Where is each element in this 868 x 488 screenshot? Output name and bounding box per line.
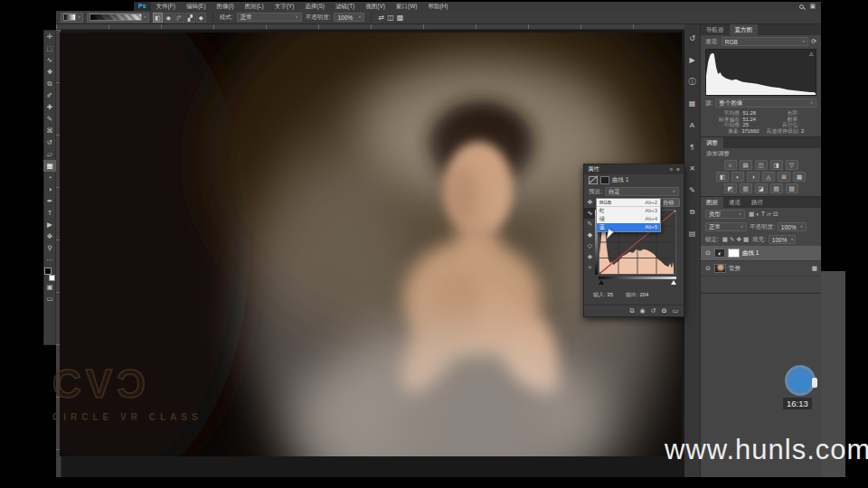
filter-icon-filter-smart[interactable]: ⊡ [772,211,778,218]
lock-icon-lock-position[interactable]: ✥ [735,236,741,243]
adjustment-black-white[interactable]: ◑ [747,172,760,182]
adjustment-levels[interactable]: ▤ [740,160,752,170]
lock-icon-lock-transparent[interactable]: ▦ [722,236,729,243]
opacity-select[interactable]: 100%˅ [334,13,364,22]
menu-item[interactable]: 滤镜(T) [330,3,360,11]
adjustment-invert[interactable]: ◩ [724,183,737,193]
visibility-eye-icon[interactable]: ⊙ [704,249,712,257]
black-point-slider[interactable] [599,280,604,285]
layer-thumbnail[interactable] [714,264,726,273]
adjustment-selective-color[interactable]: ▧ [786,183,798,193]
search-icon[interactable] [799,5,804,9]
cached-data-warning-icon[interactable]: ⚠ [809,51,814,57]
history-brush-tool[interactable]: ↺ [43,136,56,148]
clone-stamp-tool[interactable]: ⌘ [43,125,56,136]
adjustment-exposure[interactable]: ◨ [770,160,783,170]
gradient-tool[interactable]: ▦ [43,160,56,172]
layer-row-curves[interactable]: ⊙ ◐ 曲线 1 [701,246,821,261]
options-icon-columns[interactable]: ◫ [387,14,394,22]
menu-item[interactable]: 帮助(H) [422,3,453,11]
layer-name[interactable]: 曲线 1 [742,249,759,258]
layer-blend-mode-select[interactable]: 正常˅ [705,222,747,231]
filter-icon-filter-shape[interactable]: ▱ [766,211,772,218]
gradient-picker[interactable]: ˅ [87,13,149,23]
channel-select[interactable]: RGB˅ [722,37,808,46]
footer-icon-previous-state[interactable]: ◉ [640,307,646,314]
footer-icon-visibility[interactable]: ⊙ [662,307,667,314]
panel-icon-character-panel[interactable]: A [684,115,701,136]
panel-icon-actions-panel[interactable]: ▶ [684,50,701,71]
lasso-tool[interactable]: ∿ [43,54,56,66]
foreground-color-swatch[interactable] [44,267,52,275]
adjustment-color-lookup[interactable]: ▦ [793,172,806,182]
adjustment-vibrance[interactable]: ▽ [786,160,798,170]
preset-select[interactable]: 自定˅ [605,187,679,196]
filter-icon-filter-pixel[interactable]: ▦ [748,211,755,218]
layer-name[interactable]: 背景 [729,265,741,273]
adjustment-threshold[interactable]: ◪ [755,183,768,193]
type-tool[interactable]: T [43,207,56,219]
tab-导航器[interactable]: 导航器 [701,24,730,35]
dodge-tool[interactable]: ◑ [43,183,56,195]
adjustment-gradient-map[interactable]: ▨ [770,183,783,193]
gradient-type-diamond-gradient[interactable]: ◆ [196,13,206,23]
move-tool[interactable]: ✛ [43,31,56,42]
adjustment-hue-saturation[interactable]: ◧ [716,172,729,182]
properties-title-bar[interactable]: 属性 »≡ [584,164,684,174]
lock-icon-lock-pixels[interactable]: ✎ [729,236,735,243]
visibility-eye-icon[interactable]: ⊙ [704,265,712,272]
edit-toolbar[interactable]: ⋯ [43,254,56,266]
channel-option-绿[interactable]: 绿 Alt+4 [597,215,660,223]
collapse-icon[interactable]: » [670,166,674,173]
layer-row-background[interactable]: ⊙ 背景 ▩ [701,261,821,277]
menu-item[interactable]: 文件(F) [151,3,181,11]
panel-icon-info-panel[interactable]: ⓘ [684,71,701,93]
panel-icon-color-panel[interactable]: ▦ [684,93,701,115]
source-select[interactable]: 整个图像˅ [715,99,816,108]
panel-menu-icon[interactable]: ≡ [676,166,680,173]
menu-item[interactable]: 选择(S) [299,3,330,11]
options-icon-swap[interactable]: ⇄ [378,14,384,22]
channel-option-红[interactable]: 红 Alt+3 [597,207,660,215]
layer-filter-select[interactable]: 类型˅ [705,210,745,219]
panel-icon-close-panel[interactable]: ✕ [684,158,701,180]
tab-路径[interactable]: 路径 [746,197,769,208]
recorder-button[interactable] [785,365,816,396]
footer-icon-reset[interactable]: ↺ [651,307,656,314]
path-selection-tool[interactable]: ▶ [43,219,56,230]
curves-tool-targeted-adjustment[interactable]: ✥ [584,197,596,208]
blend-mode-select[interactable]: 正常˅ [237,13,302,22]
background-color-swatch[interactable] [49,275,55,281]
footer-icon-clip-to-layer[interactable]: ⧉ [630,307,635,314]
gradient-type-linear-gradient[interactable]: ◧ [153,13,163,23]
panel-icon-history-panel[interactable]: ↺ [684,28,701,50]
adjustment-brightness-contrast[interactable]: ☼ [724,160,737,170]
quick-selection-tool[interactable]: ❖ [43,66,56,78]
workspace-switcher-icon[interactable]: ▣ [809,3,816,10]
channel-option-RGB[interactable]: RGB Alt+2 [597,199,660,207]
panel-icon-paragraph-panel[interactable]: ¶ [684,136,701,158]
menu-item[interactable]: 编辑(E) [181,3,212,11]
refresh-icon[interactable]: ⟳ [811,38,816,45]
zoom-tool[interactable]: ⚲ [43,242,56,254]
channel-option-蓝[interactable]: 蓝 Alt+5 [597,223,660,231]
menu-item[interactable]: 图层(L) [240,3,269,11]
gradient-type-reflected-gradient[interactable]: ▞ [185,13,195,23]
pen-tool[interactable]: ✒ [43,195,56,207]
panel-icon-brush-settings-panel[interactable]: ✎ [684,180,701,202]
eyedropper-tool[interactable]: ✐ [43,89,56,101]
menu-item[interactable]: 窗口(W) [391,3,422,11]
adjustment-curves[interactable]: ◫ [755,160,768,170]
layer-mask-thumbnail[interactable] [728,249,740,258]
tab-通道[interactable]: 通道 [723,197,746,208]
mask-thumbnail-icon[interactable] [600,176,609,184]
tool-preset-picker[interactable]: ˅ [61,13,83,23]
menu-item[interactable]: 图像(I) [212,3,240,11]
tab-图层[interactable]: 图层 [701,197,723,208]
lock-icon-lock-all[interactable]: ▩ [742,236,750,243]
crop-tool[interactable]: ⧉ [43,78,56,89]
panel-icon-clone-source-panel[interactable]: ⧉ [684,202,701,223]
options-icon-checker[interactable]: ▩ [397,14,404,22]
eraser-tool[interactable]: ▱ [43,148,56,160]
footer-icon-delete[interactable]: ▭ [672,307,678,314]
